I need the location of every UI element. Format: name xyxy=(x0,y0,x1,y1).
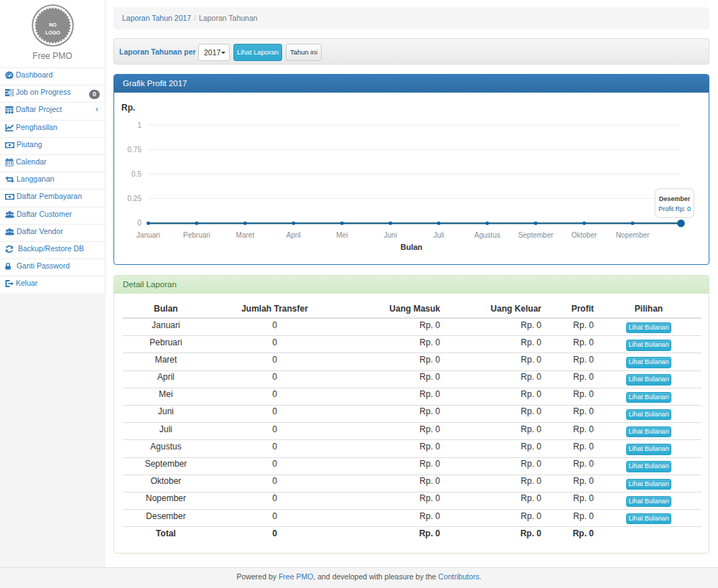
svg-text:Desember: Desember xyxy=(659,195,691,202)
svg-text:Oktober: Oktober xyxy=(572,231,597,239)
svg-text:0.5: 0.5 xyxy=(131,170,141,178)
svg-text:Januari: Januari xyxy=(136,231,160,239)
svg-text:Juni: Juni xyxy=(384,231,397,239)
svg-text:Profit Rp: 0: Profit Rp: 0 xyxy=(658,205,691,213)
svg-text:Mei: Mei xyxy=(336,231,348,239)
svg-text:Nopember: Nopember xyxy=(616,231,650,239)
svg-text:0.25: 0.25 xyxy=(128,195,142,202)
svg-text:April: April xyxy=(286,231,301,239)
svg-text:LOGO: LOGO xyxy=(45,30,60,35)
svg-text:Agustus: Agustus xyxy=(475,231,500,239)
svg-text:1: 1 xyxy=(137,121,141,129)
svg-text:September: September xyxy=(518,231,554,239)
svg-text:Juli: Juli xyxy=(434,231,444,239)
svg-text:NO: NO xyxy=(49,22,57,27)
svg-text:Pebruari: Pebruari xyxy=(183,231,210,239)
svg-text:Maret: Maret xyxy=(236,231,255,239)
svg-text:Bulan: Bulan xyxy=(401,243,423,251)
svg-text:Rp.: Rp. xyxy=(121,103,135,113)
svg-text:0: 0 xyxy=(137,219,141,227)
svg-text:0.75: 0.75 xyxy=(128,146,142,154)
